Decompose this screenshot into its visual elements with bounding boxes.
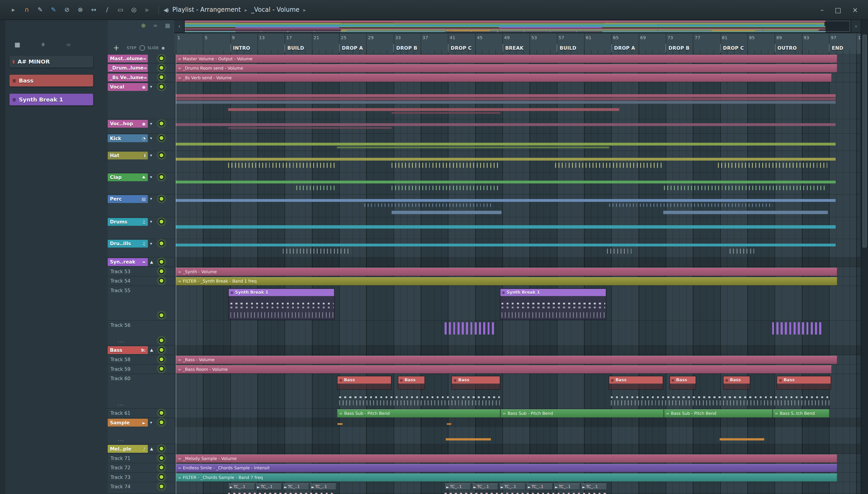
audio-clip[interactable]: ►TC_..1: [553, 483, 580, 490]
track-chip[interactable]: HatI: [108, 152, 148, 159]
pattern-strip[interactable]: [391, 163, 500, 168]
track-chip[interactable]: Mast..olume∞: [108, 55, 148, 62]
pattern-strip[interactable]: [230, 307, 334, 308]
track-led[interactable]: [159, 278, 165, 284]
mute-tool-icon[interactable]: ⊗: [74, 6, 87, 13]
breadcrumb-playlist[interactable]: Playlist - Arrangement: [172, 6, 241, 13]
automation-clip[interactable]: ∞Bass Sub - Pitch Bend: [664, 410, 773, 418]
link-icon[interactable]: ∞: [153, 22, 158, 28]
audio-clip[interactable]: ►TC_..1: [255, 483, 282, 490]
pattern-strip[interactable]: [283, 249, 351, 254]
pattern-strip[interactable]: [228, 163, 337, 168]
automation-clip[interactable]: ∞_8s Verb send - Volume: [176, 74, 832, 82]
track-header-t72[interactable]: Track 72: [108, 463, 174, 473]
pattern-strip[interactable]: [228, 108, 620, 111]
track-led[interactable]: [159, 152, 165, 158]
pattern-strip[interactable]: [719, 438, 764, 440]
track-chip[interactable]: Voc..hop◉: [108, 120, 148, 128]
track-led[interactable]: [159, 84, 165, 90]
track-led[interactable]: [159, 410, 165, 416]
track-collapse-caret[interactable]: ▾: [150, 84, 152, 89]
track-led[interactable]: [159, 483, 165, 490]
slide-indicator[interactable]: [162, 47, 164, 50]
delete-tool-icon[interactable]: ⊘: [60, 6, 74, 13]
timeline-overview[interactable]: ‹ ›: [174, 20, 861, 33]
pattern-strip[interactable]: [445, 493, 606, 494]
track-header-verb8s[interactable]: _8s Ve..lume∞: [108, 73, 174, 82]
track-header-vocal[interactable]: Vocal◉▾: [108, 82, 174, 119]
track-header-t71[interactable]: Track 71: [108, 454, 174, 463]
pattern-clip[interactable]: ≡Bass: [723, 376, 750, 390]
pattern-strip[interactable]: [718, 163, 827, 168]
track-collapse-caret[interactable]: ▾: [150, 153, 152, 158]
section-marker-outro[interactable]: OUTRO: [775, 44, 797, 52]
audio-clip[interactable]: ►TC_..1: [581, 483, 607, 490]
scroll-right-button[interactable]: ›: [851, 20, 861, 33]
track-header-druills[interactable]: Dru..ills♫▾: [108, 239, 174, 258]
track-collapse-caret[interactable]: ▾: [150, 175, 152, 179]
track-header-t56[interactable]: Track 56...: [108, 321, 174, 345]
paint-tool-icon[interactable]: ✎: [47, 6, 60, 13]
track-collapse-caret[interactable]: ▾: [150, 197, 152, 201]
diamond-icon[interactable]: ♦: [40, 41, 46, 49]
pattern-strip[interactable]: [730, 249, 754, 254]
pattern-strip[interactable]: [176, 94, 836, 97]
playlist-grid[interactable]: ∞Master Volume - Output - Volume∞_Drums …: [174, 54, 861, 494]
track-header-t73[interactable]: Track 73: [108, 473, 174, 482]
track-chip[interactable]: Dru..ills♫: [108, 240, 148, 248]
lane-synreak[interactable]: [174, 258, 861, 267]
grid-icon[interactable]: ▦: [165, 22, 170, 28]
audio-clip[interactable]: ►TC_..1: [228, 483, 255, 490]
automation-clip[interactable]: ∞_Melody Sample - Volume: [176, 454, 837, 463]
close-button[interactable]: ×: [852, 6, 858, 14]
pattern-strip[interactable]: [230, 303, 334, 305]
vertical-scrollbar[interactable]: [861, 20, 868, 494]
section-marker-break[interactable]: BREAK: [502, 44, 523, 52]
zoom-tool-icon[interactable]: ◎: [127, 6, 141, 13]
pattern-clip[interactable]: ≡Bass: [337, 376, 391, 390]
track-header-t59[interactable]: Track 59: [108, 364, 174, 374]
section-marker-drop-c[interactable]: DROP C: [720, 44, 744, 52]
step-toggle[interactable]: [139, 45, 145, 51]
pattern-strip[interactable]: [611, 400, 830, 405]
pattern-strip[interactable]: [502, 312, 605, 318]
pattern-strip[interactable]: [391, 211, 502, 214]
breadcrumb-target[interactable]: _Vocal - Volume: [251, 6, 299, 13]
slice-tool-icon[interactable]: ∕: [100, 6, 114, 13]
pattern-strip[interactable]: [607, 249, 632, 254]
pattern-strip[interactable]: [663, 211, 828, 214]
timeline-ruler[interactable]: 1591317212529333741454953576165697377818…: [174, 34, 861, 55]
automation-clip[interactable]: ∞FILTER - _Synth Break - Band 1 freq: [176, 277, 837, 286]
track-collapse-caret[interactable]: ▲: [150, 447, 153, 451]
pattern-strip[interactable]: [176, 98, 836, 100]
magnet-snap-icon[interactable]: ∩: [20, 6, 34, 13]
slip-tool-icon[interactable]: ↔: [87, 6, 100, 13]
track-chip[interactable]: Perc▤: [108, 195, 148, 203]
track-chip[interactable]: Clap♣: [108, 173, 148, 181]
automation-clip[interactable]: ∞Bass Sub - Pitch Bend: [500, 410, 664, 418]
track-led[interactable]: [159, 347, 165, 353]
pattern-strip[interactable]: [502, 303, 605, 305]
automation-clip[interactable]: ∞Endless Smile - _Chords Sample - Intens…: [176, 464, 837, 472]
track-header-t74[interactable]: Track 74: [108, 482, 174, 494]
section-marker-drop-a[interactable]: DROP A: [611, 44, 635, 52]
audio-clip[interactable]: ►TC_..1: [445, 483, 471, 490]
target-icon[interactable]: ⊕: [141, 22, 146, 28]
audio-clip[interactable]: ►TC_..1: [472, 483, 498, 490]
section-marker-drop-a[interactable]: DROP A: [339, 44, 363, 52]
track-led[interactable]: [159, 174, 165, 180]
track-header-bass[interactable]: Bass9:▲: [108, 346, 174, 355]
pattern-clip[interactable]: ≡Bass: [669, 376, 696, 390]
section-marker-build[interactable]: BUILD: [284, 44, 304, 52]
track-header-perc[interactable]: Perc▤▾: [108, 195, 174, 217]
maximize-button[interactable]: □: [835, 6, 841, 14]
automation-clip[interactable]: ∞Bass Sub - Pitch Bend: [337, 410, 500, 418]
automation-clip[interactable]: ∞FILTER - _Chords Sample - Band 7 freq: [176, 473, 837, 482]
section-marker-end[interactable]: END: [829, 44, 843, 52]
pattern-clip[interactable]: ≡Bass: [777, 376, 831, 390]
track-header-t60[interactable]: Track 60...: [108, 374, 174, 409]
track-led[interactable]: [159, 464, 165, 471]
pattern-strip[interactable]: [176, 225, 836, 229]
automation-clip[interactable]: ∞_Drums Room send - Volume: [176, 64, 837, 73]
track-header-t55[interactable]: Track 55: [108, 286, 174, 321]
